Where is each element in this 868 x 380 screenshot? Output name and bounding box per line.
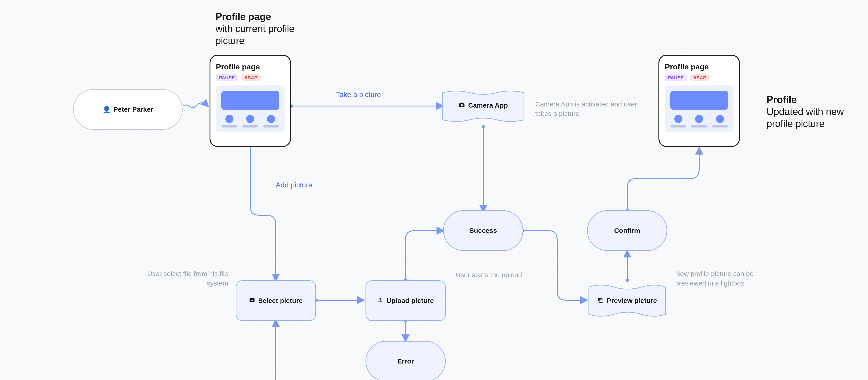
confirm-node[interactable]: Confirm: [587, 210, 667, 251]
annotation-preview: New profile picture can be previewed in …: [675, 269, 781, 288]
select-picture-node[interactable]: Select picture: [236, 280, 316, 321]
error-node[interactable]: Error: [366, 341, 446, 380]
heading-sub: with current profile picture: [215, 23, 310, 47]
annotation-camera: Camera App is activated and user takes a…: [535, 99, 653, 119]
wf-line: [691, 125, 707, 127]
persona-node[interactable]: 👤 Peter Parker: [73, 89, 183, 130]
annotation-select: User select file from his file system: [135, 269, 228, 288]
wf-line: [242, 125, 258, 127]
wireframe-preview: [216, 86, 285, 132]
badge-asap: ASAP: [241, 74, 260, 82]
wf-hero: [670, 91, 728, 110]
heading-bold: Profile: [767, 94, 862, 106]
preview-picture-node[interactable]: Preview picture: [587, 280, 667, 321]
wf-line: [712, 125, 728, 127]
heading-sub: Updated with new profile picture: [767, 106, 862, 130]
success-label: Success: [469, 227, 497, 234]
wf-avatar-placeholder: [716, 115, 724, 123]
heading-profile-updated: Profile Updated with new profile picture: [767, 94, 862, 129]
annotation-upload: User starts the upload: [456, 270, 551, 280]
profile-page-card-current[interactable]: Profile page PAUSE ASAP: [210, 55, 291, 147]
camera-app-label: Camera App: [468, 101, 508, 109]
persona-name: Peter Parker: [114, 105, 153, 113]
confirm-label: Confirm: [614, 227, 640, 234]
wf-avatar-placeholder: [267, 115, 275, 123]
badge-pause: PAUSE: [216, 74, 238, 82]
svg-point-1: [482, 125, 485, 128]
camera-app-node[interactable]: Camera App: [442, 86, 524, 125]
upload-picture-node[interactable]: Upload picture: [366, 280, 446, 321]
wf-avatar-placeholder: [695, 115, 703, 123]
wireframe-preview: [665, 86, 734, 132]
wf-line: [263, 125, 279, 127]
card-title: Profile page: [665, 62, 734, 71]
profile-page-card-updated[interactable]: Profile page PAUSE ASAP: [658, 55, 740, 147]
heading-bold: Profile page: [215, 11, 310, 23]
upload-picture-label: Upload picture: [386, 297, 434, 305]
badge-asap: ASAP: [690, 74, 710, 82]
error-label: Error: [397, 357, 414, 365]
wf-avatar-placeholder: [225, 115, 234, 123]
wf-line: [221, 125, 237, 127]
upload-icon: [377, 297, 383, 305]
preview-picture-label: Preview picture: [607, 297, 657, 305]
card-title: Profile page: [216, 62, 285, 71]
badge-pause: PAUSE: [665, 74, 687, 82]
edge-label-take-picture: Take a picture: [336, 90, 381, 99]
edge-label-add-picture: Add picture: [276, 181, 312, 189]
wf-avatar-placeholder: [674, 115, 682, 123]
wf-avatar-placeholder: [246, 115, 254, 123]
success-node[interactable]: Success: [443, 210, 523, 251]
image-icon: [249, 297, 255, 305]
camera-icon: [459, 101, 465, 109]
avatar-icon: 👤: [102, 105, 111, 114]
wf-line: [671, 125, 686, 127]
select-picture-label: Select picture: [258, 297, 303, 305]
svg-rect-11: [599, 299, 603, 302]
heading-profile-page: Profile page with current profile pictur…: [215, 11, 310, 46]
preview-icon: [597, 297, 604, 305]
wf-hero: [221, 91, 279, 110]
